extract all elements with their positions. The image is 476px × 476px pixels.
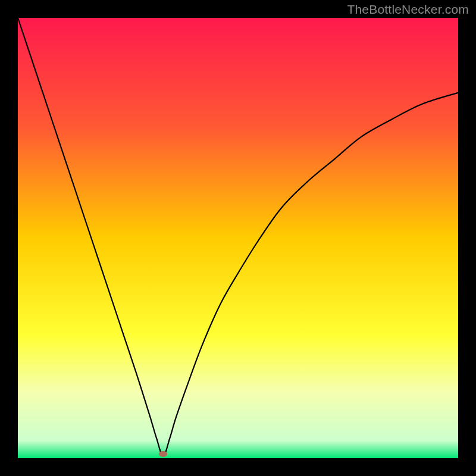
chart-frame: TheBottleNecker.com <box>0 0 476 476</box>
plot-area <box>18 18 458 458</box>
background-gradient <box>18 18 458 458</box>
optimal-point-marker <box>159 451 167 457</box>
svg-rect-0 <box>18 18 458 458</box>
watermark-text: TheBottleNecker.com <box>347 2 469 17</box>
